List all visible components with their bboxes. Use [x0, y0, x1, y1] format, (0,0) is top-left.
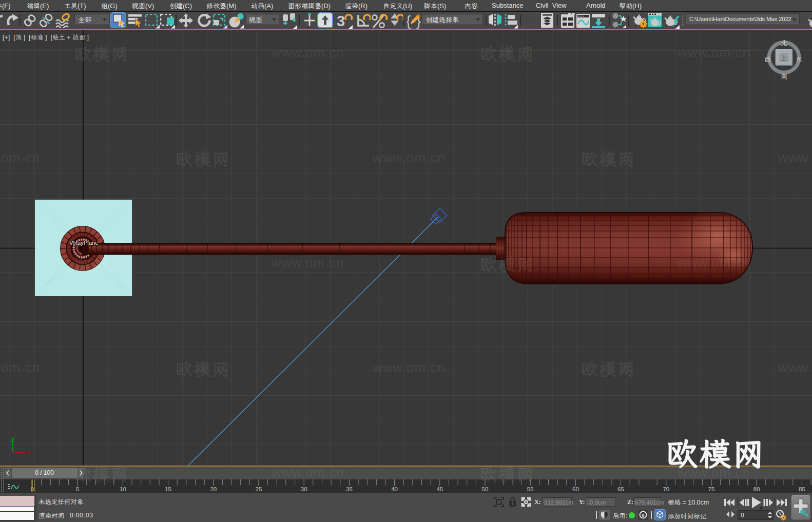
- svg-text:0: 0: [642, 512, 644, 518]
- svg-text:3: 3: [337, 13, 345, 29]
- svg-text:20: 20: [210, 486, 217, 492]
- svg-text:75: 75: [708, 486, 715, 492]
- svg-text:35: 35: [346, 486, 353, 492]
- svg-text:65: 65: [617, 486, 624, 492]
- svg-text:y: y: [11, 434, 15, 442]
- svg-text:0: 0: [31, 486, 34, 492]
- svg-text:5: 5: [76, 486, 79, 492]
- svg-text:15: 15: [165, 486, 171, 492]
- svg-text:55: 55: [527, 486, 534, 492]
- svg-text:85: 85: [799, 486, 805, 492]
- svg-text:30: 30: [301, 486, 307, 492]
- svg-text:{: {: [407, 13, 411, 29]
- svg-text:70: 70: [663, 486, 669, 492]
- svg-text:上: 上: [781, 53, 788, 63]
- svg-text:45: 45: [436, 486, 443, 492]
- svg-text:80: 80: [753, 486, 760, 492]
- svg-text:60: 60: [572, 486, 579, 492]
- svg-text:25: 25: [256, 486, 262, 492]
- svg-text:50: 50: [482, 486, 489, 492]
- svg-text:40: 40: [391, 486, 398, 492]
- svg-text:z: z: [9, 449, 13, 457]
- svg-text:x: x: [26, 449, 30, 456]
- svg-text:10: 10: [120, 486, 126, 492]
